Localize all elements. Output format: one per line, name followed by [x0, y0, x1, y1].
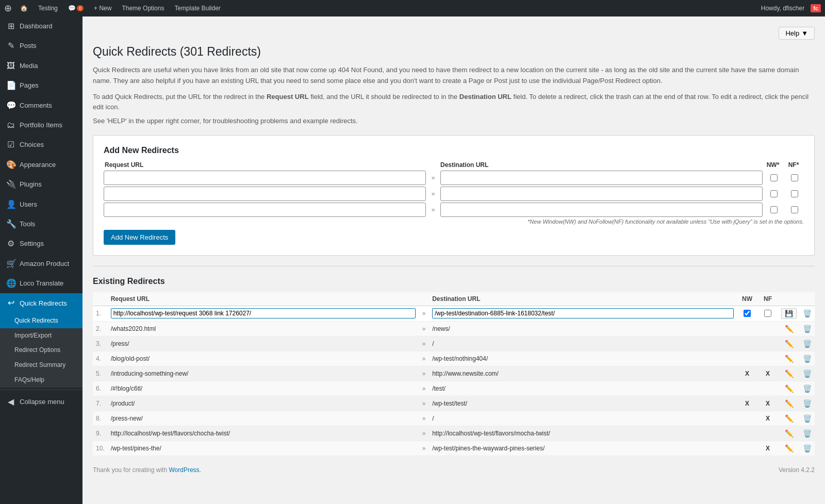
sidebar-item-amazon[interactable]: 🛒 Amazon Product: [0, 254, 82, 274]
add-new-redirects-button[interactable]: Add New Redirects: [104, 230, 175, 245]
sidebar-item-choices[interactable]: ☑ Choices: [0, 135, 82, 155]
edit-button-5[interactable]: ✏️: [784, 383, 795, 394]
request-url-input-3[interactable]: [104, 203, 426, 217]
edit-button-8[interactable]: ✏️: [784, 428, 795, 439]
save-action-cell-7[interactable]: ✏️: [778, 411, 800, 426]
row-num-1: 2.: [93, 321, 108, 336]
delete-action-cell-1[interactable]: 🗑️: [800, 321, 815, 336]
admin-bar-template-builder[interactable]: Template Builder: [170, 0, 224, 16]
table-row: 6. /#!blog/c6tl/ » /test/ ✏️ 🗑️: [93, 381, 815, 396]
edit-button-6[interactable]: ✏️: [784, 398, 795, 409]
sidebar-item-appearance[interactable]: 🎨 Appearance: [0, 155, 82, 175]
delete-action-cell-2[interactable]: 🗑️: [800, 336, 815, 351]
edit-request-url-0[interactable]: [111, 308, 416, 318]
delete-button-0[interactable]: 🗑️: [803, 309, 812, 317]
sidebar-item-posts[interactable]: ✎ Posts: [0, 36, 82, 56]
destination-url-input-3[interactable]: [440, 203, 763, 217]
delete-button-4[interactable]: 🗑️: [803, 369, 812, 378]
save-action-cell-0[interactable]: 💾: [778, 306, 800, 321]
edit-nw-checkbox-0[interactable]: [744, 310, 751, 317]
destination-url-input-2[interactable]: [440, 187, 763, 201]
sidebar-item-loco[interactable]: 🌐 Loco Translate: [0, 274, 82, 293]
request-url-cell-0[interactable]: [108, 306, 419, 321]
save-action-cell-6[interactable]: ✏️: [778, 396, 800, 411]
request-url-input-1[interactable]: [104, 171, 426, 185]
sidebar-item-users[interactable]: 👤 Users: [0, 195, 82, 214]
request-url-input-2[interactable]: [104, 187, 426, 201]
th-nf: NF: [757, 292, 778, 306]
dest-url-cell-0[interactable]: [429, 306, 737, 321]
delete-action-cell-0[interactable]: 🗑️: [800, 306, 815, 321]
sidebar-item-settings[interactable]: ⚙ Settings: [0, 234, 82, 254]
delete-button-7[interactable]: 🗑️: [803, 414, 812, 423]
delete-button-9[interactable]: 🗑️: [803, 444, 812, 452]
sidebar-submenu-item-redirect-summary[interactable]: Redirect Summary: [0, 358, 82, 373]
save-action-cell-4[interactable]: ✏️: [778, 366, 800, 381]
sidebar-item-portfolio[interactable]: 🗂 Portfolio Items: [0, 115, 82, 135]
destination-url-text-1: /news/: [432, 325, 450, 332]
save-action-cell-9[interactable]: ✏️: [778, 441, 800, 456]
nf-checkbox-3[interactable]: [791, 206, 798, 213]
delete-button-2[interactable]: 🗑️: [803, 340, 812, 348]
delete-action-cell-3[interactable]: 🗑️: [800, 351, 815, 366]
delete-button-3[interactable]: 🗑️: [803, 355, 812, 363]
sidebar-item-pages[interactable]: 📄 Pages: [0, 76, 82, 95]
plugins-icon: 🔌: [6, 179, 15, 190]
request-url-cell-5: /#!blog/c6tl/: [108, 381, 419, 396]
destination-url-input-1[interactable]: [440, 171, 763, 185]
table-row: 10. /wp-test/pines-the/ » /wp-test/pines…: [93, 441, 815, 456]
nw-cell-0[interactable]: [737, 306, 757, 321]
delete-action-cell-4[interactable]: 🗑️: [800, 366, 815, 381]
sidebar-item-comments[interactable]: 💬 Comments: [0, 96, 82, 115]
sidebar-submenu-item-redirect-options[interactable]: Redirect Options: [0, 343, 82, 358]
delete-action-cell-8[interactable]: 🗑️: [800, 426, 815, 441]
delete-button-1[interactable]: 🗑️: [803, 325, 812, 333]
nw-checkbox-2[interactable]: [770, 190, 778, 197]
edit-destination-url-0[interactable]: [432, 308, 734, 318]
nf-cell-0[interactable]: [757, 306, 778, 321]
admin-bar-site[interactable]: Testing: [34, 0, 62, 16]
delete-action-cell-9[interactable]: 🗑️: [800, 441, 815, 456]
sidebar-item-quickredirects[interactable]: ↩ Quick Redirects: [0, 293, 82, 313]
sidebar-collapse[interactable]: ◀ Collapse menu: [0, 392, 82, 412]
edit-button-7[interactable]: ✏️: [784, 413, 795, 424]
edit-button-9[interactable]: ✏️: [784, 443, 795, 453]
delete-action-cell-5[interactable]: 🗑️: [800, 381, 815, 396]
delete-button-8[interactable]: 🗑️: [803, 429, 812, 438]
edit-button-3[interactable]: ✏️: [784, 354, 795, 364]
help-button[interactable]: Help ▼: [779, 27, 815, 40]
admin-bar-theme-options[interactable]: Theme Options: [118, 0, 168, 16]
sidebar-submenu-item-import[interactable]: Import/Export: [0, 328, 82, 343]
arrow-cell-3: »: [419, 351, 429, 366]
save-action-cell-3[interactable]: ✏️: [778, 351, 800, 366]
wordpress-link[interactable]: WordPress.: [169, 466, 201, 474]
admin-bar-home[interactable]: 🏠: [16, 0, 32, 16]
row-num-7: 8.: [93, 411, 108, 426]
edit-button-1[interactable]: ✏️: [784, 324, 795, 334]
sidebar-submenu-item-quickredirects[interactable]: Quick Redirects: [0, 313, 82, 328]
edit-button-2[interactable]: ✏️: [784, 339, 795, 349]
delete-action-cell-6[interactable]: 🗑️: [800, 396, 815, 411]
nw-checkbox-3[interactable]: [770, 206, 778, 213]
sidebar-item-dashboard[interactable]: ⊞ Dashboard: [0, 16, 82, 36]
save-action-cell-8[interactable]: ✏️: [778, 426, 800, 441]
delete-button-5[interactable]: 🗑️: [803, 384, 812, 393]
save-action-cell-2[interactable]: ✏️: [778, 336, 800, 351]
save-button-0[interactable]: 💾: [781, 308, 797, 319]
nf-checkbox-1[interactable]: [791, 174, 798, 181]
edit-nf-checkbox-0[interactable]: [764, 310, 771, 317]
delete-button-6[interactable]: 🗑️: [803, 399, 812, 408]
sidebar-submenu-item-faqs[interactable]: FAQs/Help: [0, 373, 82, 388]
sidebar-item-plugins[interactable]: 🔌 Plugins: [0, 175, 82, 194]
nf-checkbox-2[interactable]: [791, 190, 798, 197]
save-action-cell-1[interactable]: ✏️: [778, 321, 800, 336]
sidebar-item-tools[interactable]: 🔧 Tools: [0, 214, 82, 234]
admin-bar-comments[interactable]: 💬 0: [64, 0, 88, 16]
save-action-cell-5[interactable]: ✏️: [778, 381, 800, 396]
edit-button-4[interactable]: ✏️: [784, 368, 795, 379]
table-row: 3. /press/ » / ✏️ 🗑️: [93, 336, 815, 351]
sidebar-item-media[interactable]: 🖼 Media: [0, 56, 82, 76]
nw-checkbox-1[interactable]: [770, 174, 778, 181]
delete-action-cell-7[interactable]: 🗑️: [800, 411, 815, 426]
admin-bar-new[interactable]: + New: [90, 0, 116, 16]
